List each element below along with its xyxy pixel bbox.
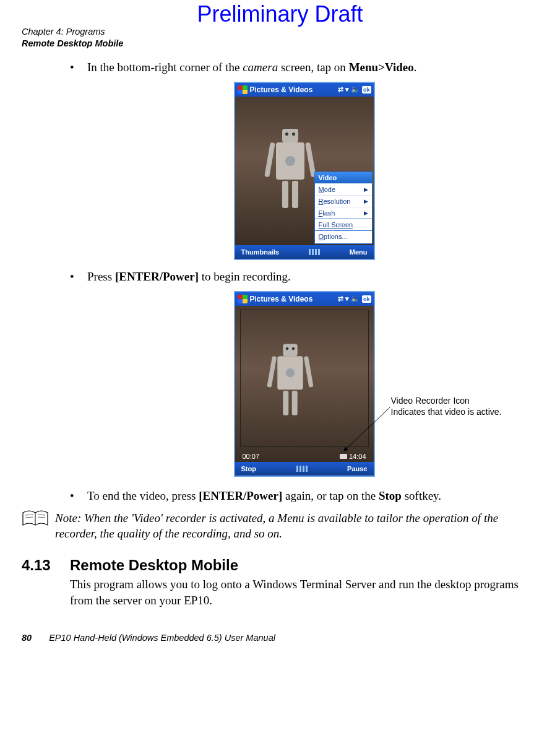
section-title: Remote Desktop Mobile — [70, 557, 238, 574]
camera-context-menu: Video MModeode▶ RResolutionesolution▶ FF… — [314, 172, 373, 244]
phone-title: Pictures & Videos — [250, 85, 335, 94]
running-head: Chapter 4: Programs Remote Desktop Mobil… — [22, 26, 538, 50]
bullet-item: • Press [ENTER/Power] to begin recording… — [70, 270, 538, 284]
ok-button[interactable]: ok — [362, 295, 371, 303]
windows-flag-icon — [238, 295, 248, 303]
running-head-chapter: Chapter 4: Programs — [22, 26, 538, 38]
softkey-stop[interactable]: Stop — [241, 465, 256, 472]
menu-item-flash[interactable]: FFlashlash▶ — [315, 207, 372, 219]
note-book-icon — [22, 510, 49, 528]
phone-title: Pictures & Videos — [250, 295, 335, 303]
bullet-item: • To end the video, press [ENTER/Power] … — [70, 489, 538, 503]
softkey-menu[interactable]: Menu — [350, 248, 368, 256]
figure-recording: Pictures & Videos ⇄▾🔈 ok 00:07 14:04 — [70, 291, 538, 477]
bullet-text: Press [ENTER/Power] to begin recording. — [87, 270, 291, 284]
section-heading: 4.13 Remote Desktop Mobile — [22, 557, 538, 574]
elapsed-time: 00:07 — [243, 453, 260, 460]
page-number: 80 — [22, 633, 32, 643]
manual-title: EP10 Hand-Held (Windows Embedded 6.5) Us… — [49, 633, 275, 643]
bullet-item: • In the bottom-right corner of the came… — [70, 61, 538, 74]
running-head-section: Remote Desktop Mobile — [22, 38, 538, 50]
section-body: This program allows you to log onto a Wi… — [70, 576, 538, 608]
figure-menu-video: Pictures & Videos ⇄▾🔈 ok Video MModeode▶… — [70, 82, 538, 260]
menu-item-video[interactable]: Video — [315, 172, 372, 183]
section-number: 4.13 — [22, 557, 55, 574]
page-footer: 80 EP10 Hand-Held (Windows Embedded 6.5)… — [22, 633, 538, 643]
callout-video-recorder-icon: Video Recorder Icon Indicates that video… — [391, 395, 502, 417]
camera-preview: Video MModeode▶ RResolutionesolution▶ FF… — [235, 97, 374, 245]
menu-item-options[interactable]: OOptions...ptions... — [315, 230, 372, 242]
robot-subject-icon — [277, 344, 303, 415]
windows-flag-icon — [238, 85, 248, 94]
watermark-preliminary-draft: Preliminary Draft — [22, 0, 538, 27]
bullet-text: To end the video, press [ENTER/Power] ag… — [87, 489, 441, 503]
keyboard-icon[interactable] — [296, 466, 308, 472]
status-icons: ⇄▾🔈 — [338, 85, 360, 94]
bullet-marker: • — [70, 489, 87, 503]
bullet-text: In the bottom-right corner of the camera… — [87, 61, 417, 74]
phone-titlebar: Pictures & Videos ⇄▾🔈 ok — [235, 292, 374, 306]
status-icons: ⇄▾🔈 — [338, 295, 360, 303]
softkey-thumbnails[interactable]: Thumbnails — [241, 248, 280, 256]
bullet-marker: • — [70, 61, 87, 74]
menu-item-mode[interactable]: MModeode▶ — [315, 183, 372, 195]
menu-item-fullscreen[interactable]: Full Screen — [315, 219, 372, 230]
note-text: Note: When the 'Video' recorder is activ… — [55, 510, 538, 542]
ok-button[interactable]: ok — [362, 86, 371, 94]
bullet-marker: • — [70, 270, 87, 284]
softkey-pause[interactable]: Pause — [347, 465, 367, 472]
svg-line-0 — [344, 407, 390, 451]
robot-subject-icon — [276, 129, 304, 208]
menu-item-resolution[interactable]: RResolutionesolution▶ — [315, 195, 372, 207]
phone-titlebar: Pictures & Videos ⇄▾🔈 ok — [235, 83, 374, 97]
keyboard-icon[interactable] — [309, 249, 320, 255]
